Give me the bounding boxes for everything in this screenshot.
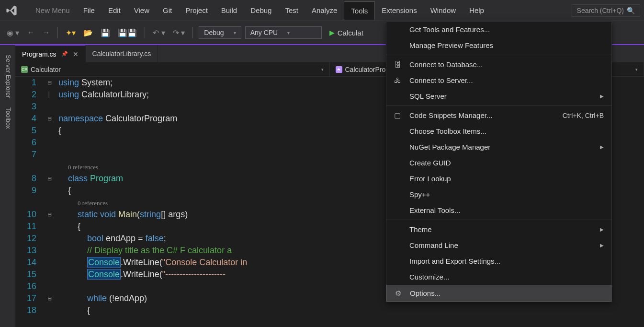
codelens-references[interactable]: 0 references <box>68 164 98 171</box>
play-icon: ▶ <box>329 29 335 36</box>
menu-item-label: Spy++ <box>409 190 430 199</box>
pin-icon[interactable]: 📌 <box>61 51 68 57</box>
menu-item-external-tools[interactable]: External Tools... <box>386 202 611 218</box>
new-item-button[interactable]: ✦▾ <box>64 26 78 39</box>
tab-program-cs[interactable]: Program.cs 📌 ✕ <box>15 45 86 62</box>
menu-item-label: Import and Export Settings... <box>409 257 500 265</box>
menu-file[interactable]: File <box>77 1 102 20</box>
fold-gutter: ⊟│⊟⊟⊟⊟ <box>44 77 55 327</box>
menu-separator <box>386 55 611 55</box>
menu-item-label: Theme <box>409 225 432 234</box>
menu-item-nuget-package-manager[interactable]: NuGet Package Manager▶ <box>386 139 611 155</box>
menu-item-label: Choose Toolbox Items... <box>409 127 486 135</box>
gear-icon: ⚙ <box>394 289 402 298</box>
submenu-arrow-icon: ▶ <box>600 243 604 248</box>
close-icon[interactable]: ✕ <box>73 50 79 58</box>
save-button[interactable]: 💾 <box>99 26 112 39</box>
sidebar-toolbox[interactable]: Toolbox <box>0 103 15 134</box>
tab-calculatorlibrary-cs[interactable]: CalculatorLibrary.cs <box>86 45 158 62</box>
run-label: Calculat <box>338 29 363 37</box>
platform-dropdown[interactable]: Any CPU <box>245 26 322 39</box>
nav-back-button[interactable]: ← <box>25 26 36 39</box>
menu-item-label: External Tools... <box>409 206 460 214</box>
menu-item-theme[interactable]: Theme▶ <box>386 222 611 237</box>
menu-item-choose-toolbox-items[interactable]: Choose Toolbox Items... <box>386 123 611 139</box>
config-dropdown[interactable]: Debug <box>199 26 241 39</box>
fold-icon[interactable]: ⊟ <box>44 209 55 221</box>
menu-item-label: Options... <box>410 289 441 297</box>
menu-item-label: Code Snippets Manager... <box>409 111 492 119</box>
menu-project[interactable]: Project <box>179 1 215 20</box>
submenu-arrow-icon: ▶ <box>600 93 604 99</box>
separator <box>192 27 193 38</box>
search-placeholder: Search (Ctrl+Q) <box>577 7 624 14</box>
class-icon: ⬘ <box>336 66 342 73</box>
menu-item-label: SQL Server <box>409 92 447 100</box>
menu-item-label: Manage Preview Features <box>409 41 493 49</box>
menu-item-create-guid[interactable]: Create GUID <box>386 155 611 171</box>
fold-icon[interactable]: ⊟ <box>44 292 55 304</box>
fold-icon[interactable]: ⊟ <box>44 113 55 125</box>
menu-item-label: Customize... <box>409 273 449 281</box>
menu-help[interactable]: Help <box>463 1 491 20</box>
menu-item-label: Error Lookup <box>409 175 451 183</box>
server-icon: 🖧 <box>393 76 402 85</box>
menu-item-import-and-export-settings[interactable]: Import and Export Settings... <box>386 253 611 269</box>
menu-window[interactable]: Window <box>424 1 463 20</box>
menu-shortcut: Ctrl+K, Ctrl+B <box>563 112 604 119</box>
menu-item-connect-to-server[interactable]: 🖧Connect to Server... <box>386 72 611 88</box>
menu-tools[interactable]: Tools <box>344 1 375 20</box>
menu-item-command-line[interactable]: Command Line▶ <box>386 237 611 253</box>
menu-test[interactable]: Test <box>278 1 305 20</box>
tab-label: CalculatorLibrary.cs <box>92 50 151 58</box>
menu-view[interactable]: View <box>127 1 156 20</box>
csharp-icon: C# <box>21 66 28 73</box>
menu-item-label: Create GUID <box>409 159 451 167</box>
crumb-project[interactable]: C# Calculator <box>15 62 330 76</box>
menu-git[interactable]: Git <box>156 1 179 20</box>
separator <box>145 27 145 38</box>
save-all-button[interactable]: 💾💾 <box>116 26 139 39</box>
menu-edit[interactable]: Edit <box>102 1 127 20</box>
search-icon: 🔍 <box>627 7 635 14</box>
line-gutter: 1234567 89 101112131415161718 <box>15 77 44 327</box>
menu-item-options[interactable]: ⚙Options... <box>386 285 611 302</box>
db-icon: 🗄 <box>393 60 402 69</box>
search-input[interactable]: Search (Ctrl+Q) 🔍 <box>572 4 640 17</box>
menu-item-spy[interactable]: Spy++ <box>386 187 611 202</box>
menu-build[interactable]: Build <box>215 1 244 20</box>
menu-item-sql-server[interactable]: SQL Server▶ <box>386 88 611 104</box>
undo-button[interactable]: ↶ ▾ <box>151 26 167 39</box>
menu-separator <box>386 105 611 106</box>
crumb-label: Calculator <box>31 66 61 73</box>
sidebar-server-explorer[interactable]: Server Explorer <box>0 50 15 103</box>
menu-debug[interactable]: Debug <box>244 1 278 20</box>
run-button[interactable]: ▶ Calculat <box>326 27 367 39</box>
tab-label: Program.cs <box>22 50 56 58</box>
menu-item-error-lookup[interactable]: Error Lookup <box>386 171 611 187</box>
menubar: New Menu File Edit View Git Project Buil… <box>0 0 644 21</box>
menu-item-manage-preview-features[interactable]: Manage Preview Features <box>386 37 611 53</box>
menu-item-label: Connect to Server... <box>409 76 473 84</box>
submenu-arrow-icon: ▶ <box>600 144 604 150</box>
menu-item-label: Connect to Database... <box>409 60 483 69</box>
menu-item-get-tools-and-features[interactable]: Get Tools and Features... <box>386 22 611 37</box>
open-file-button[interactable]: 📂 <box>81 26 95 39</box>
menu-extensions[interactable]: Extensions <box>375 1 423 20</box>
submenu-arrow-icon: ▶ <box>600 227 604 232</box>
tools-dropdown-menu: Get Tools and Features...Manage Preview … <box>386 21 612 302</box>
menu-analyze[interactable]: Analyze <box>305 1 344 20</box>
nav-back-dropdown[interactable]: ◉ ▾ <box>5 26 21 39</box>
menu-item-code-snippets-manager[interactable]: ▢Code Snippets Manager...Ctrl+K, Ctrl+B <box>386 107 611 123</box>
menu-item-label: Get Tools and Features... <box>409 25 490 34</box>
menu-new[interactable]: New Menu <box>29 1 77 20</box>
menu-item-customize[interactable]: Customize... <box>386 269 611 285</box>
sidebar: Server Explorer Toolbox <box>0 45 15 327</box>
menu-item-connect-to-database[interactable]: 🗄Connect to Database... <box>386 57 611 72</box>
fold-icon[interactable]: ⊟ <box>44 77 55 89</box>
redo-button[interactable]: ↷ ▾ <box>171 26 187 39</box>
nav-fwd-button[interactable]: → <box>40 26 52 39</box>
codelens-references[interactable]: 0 references <box>78 199 108 207</box>
fold-icon[interactable]: ⊟ <box>44 173 55 185</box>
vs-logo-icon <box>4 3 19 18</box>
